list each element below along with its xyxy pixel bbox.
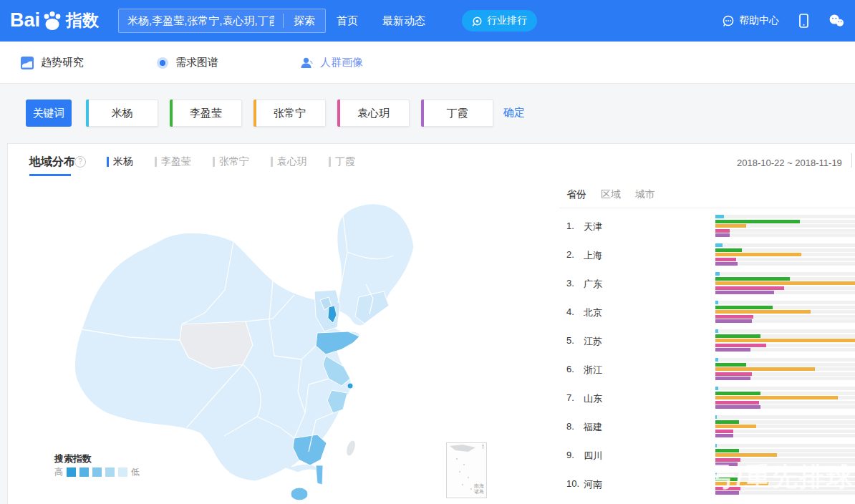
bar-米杨 [715, 272, 720, 276]
province-rank: 3. [566, 278, 574, 289]
inset-label: 南海 诸岛 [474, 483, 484, 495]
map-region-taiwan[interactable] [345, 440, 357, 457]
bar-张常宁 [715, 339, 855, 342]
legend-low-label: 低 [131, 466, 140, 478]
bar-track [715, 262, 855, 266]
bar-track [715, 310, 855, 314]
bar-track [715, 248, 855, 252]
bar-袁心玥 [715, 315, 753, 319]
province-name: 河南 [584, 478, 602, 491]
region-keyword-tab[interactable]: 李盈莹 [155, 155, 191, 168]
province-bars [715, 215, 855, 238]
bar-track [715, 277, 855, 281]
search-button[interactable]: 探索 [284, 9, 325, 32]
bar-丁霞 [715, 291, 774, 294]
province-rank: 9. [566, 450, 574, 460]
help-question-icon[interactable]: ? [74, 156, 86, 168]
bar-track [715, 363, 855, 367]
tab-label: 李盈莹 [161, 155, 191, 168]
keyword-box[interactable]: 丁霞 [421, 100, 493, 127]
map-region-hainan[interactable] [291, 488, 308, 500]
region-keyword-tab[interactable]: 丁霞 [329, 155, 355, 168]
mobile-phone-icon[interactable] [796, 13, 811, 29]
date-range[interactable]: 2018-10-22 ~ 2018-11-19 [737, 158, 842, 168]
bar-李盈莹 [715, 392, 760, 395]
subnav-item-audience-profile[interactable]: 人群画像 [299, 42, 363, 84]
province-rank: 8. [566, 421, 574, 432]
legend-color-square [67, 467, 76, 477]
keyword-box[interactable]: 米杨 [86, 100, 158, 127]
bar-track [715, 301, 855, 304]
china-map[interactable] [58, 184, 502, 504]
keyword-color-bar [170, 100, 173, 127]
bar-track [715, 258, 855, 261]
panel-tab-省份[interactable]: 省份 [566, 188, 586, 201]
tab-marker [107, 157, 109, 167]
date-divider [851, 153, 852, 168]
bar-丁霞 [715, 348, 750, 352]
tab-marker [155, 157, 157, 167]
province-ranking-list: 1.天津2.上海3.广东4.北京5.江苏6.浙江7.山东8.福建9.四川10.河… [559, 212, 855, 498]
keyword-color-bar [337, 100, 340, 127]
panel-tab-区域[interactable]: 区域 [601, 188, 621, 201]
bar-米杨 [715, 387, 718, 390]
map-region-leizhou [316, 465, 323, 485]
baidu-index-logo[interactable]: Bai 指数 [10, 6, 99, 34]
province-name: 福建 [584, 421, 602, 434]
person-icon [299, 56, 314, 70]
wechat-icon[interactable] [828, 13, 845, 29]
region-keyword-tab[interactable]: 袁心玥 [271, 155, 307, 168]
top-nav-item-2[interactable]: 最新动态 [382, 14, 425, 28]
province-rank: 5. [566, 335, 574, 346]
bar-track [715, 377, 855, 380]
keyword-box[interactable]: 李盈莹 [170, 100, 242, 127]
region-keyword-tab[interactable]: 张常宁 [213, 155, 249, 168]
bar-丁霞 [715, 319, 752, 323]
bar-李盈莹 [715, 334, 760, 338]
bar-张常宁 [715, 367, 815, 371]
subnav-item-trend-research[interactable]: 趋势研究 [20, 42, 84, 84]
bar-李盈莹 [715, 248, 742, 252]
tab-label: 袁心玥 [277, 155, 307, 168]
bar-track [715, 291, 855, 294]
bar-张常宁 [715, 425, 756, 428]
tab-marker [329, 157, 331, 167]
location-pin-icon [472, 16, 483, 26]
card-title: 地域分布 [29, 155, 75, 170]
bar-袁心玥 [715, 430, 733, 433]
top-nav-item-1[interactable]: 首页 [337, 14, 358, 28]
province-bars [715, 415, 855, 439]
keyword-box[interactable]: 张常宁 [253, 100, 326, 127]
industry-rank-button[interactable]: 行业排行 [462, 10, 537, 32]
province-bars [715, 272, 855, 296]
subnav-item-demand-graph[interactable]: 需求图谱 [156, 42, 218, 84]
map-region-shanghai[interactable] [347, 383, 353, 389]
keyword-box[interactable]: 袁心玥 [337, 100, 410, 127]
confirm-link[interactable]: 确定 [503, 106, 525, 120]
bar-track [715, 306, 855, 309]
bar-李盈莹 [715, 420, 739, 424]
map-region-shandong[interactable] [316, 331, 359, 354]
keyword-color-bar [253, 100, 256, 127]
bar-track [715, 425, 855, 428]
province-row: 1.天津 [559, 212, 855, 241]
province-row: 7.山东 [559, 384, 855, 412]
region-keyword-tab[interactable]: 米杨 [107, 155, 133, 168]
province-row: 5.江苏 [559, 326, 855, 355]
baidu-paw-icon [40, 8, 64, 34]
province-rank: 4. [566, 306, 574, 317]
keyword-color-bar [421, 100, 424, 127]
search-input[interactable] [119, 9, 283, 32]
subnav: 趋势研究 需求图谱 人群画像 [0, 42, 855, 84]
panel-tab-城市[interactable]: 城市 [635, 188, 655, 201]
keyword-label-button[interactable]: 关键词 [26, 100, 72, 127]
province-bars [715, 358, 855, 382]
legend-color-square [118, 467, 127, 477]
subnav-label-audience: 人群画像 [320, 56, 363, 69]
bar-米杨 [715, 301, 718, 304]
watermark-text: 号/重先排球 [709, 460, 854, 495]
bar-track [715, 348, 855, 352]
province-name: 浙江 [584, 364, 602, 377]
help-center-link[interactable]: 帮助中心 [722, 14, 779, 27]
bar-track [715, 444, 855, 447]
